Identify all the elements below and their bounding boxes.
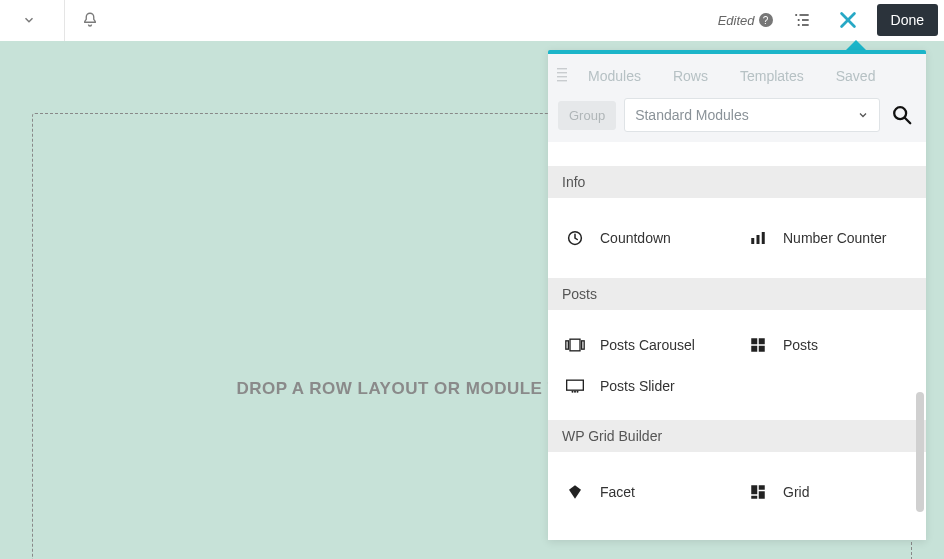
- section-posts: Posts Carousel Posts Posts Slider: [548, 310, 926, 420]
- svg-rect-15: [762, 232, 765, 244]
- svg-rect-28: [759, 485, 765, 490]
- svg-rect-7: [557, 72, 567, 73]
- module-posts[interactable]: Posts: [737, 324, 920, 366]
- module-label: Posts Slider: [600, 378, 675, 394]
- svg-rect-5: [802, 24, 809, 26]
- search-icon: [891, 104, 913, 126]
- outline-icon: [792, 10, 812, 30]
- help-icon[interactable]: ?: [759, 13, 773, 27]
- module-group-select[interactable]: Standard Modules: [624, 98, 880, 132]
- bar-chart-icon: [747, 229, 769, 247]
- clock-icon: [564, 229, 586, 247]
- svg-point-0: [795, 14, 797, 16]
- done-button[interactable]: Done: [877, 4, 938, 36]
- svg-rect-8: [557, 76, 567, 77]
- chevron-down-icon: [22, 13, 36, 27]
- svg-rect-17: [570, 339, 580, 351]
- svg-rect-20: [759, 338, 765, 344]
- edited-status: Edited ?: [718, 13, 773, 28]
- module-label: Grid: [783, 484, 809, 500]
- title-dropdown[interactable]: [4, 0, 54, 41]
- svg-rect-29: [759, 491, 765, 499]
- tab-templates[interactable]: Templates: [726, 58, 818, 94]
- svg-line-11: [905, 118, 911, 124]
- edited-label: Edited: [718, 13, 755, 28]
- section-header-wpgridbuilder: WP Grid Builder: [548, 420, 926, 452]
- masonry-icon: [747, 483, 769, 501]
- panel-tabs: Modules Rows Templates Saved: [548, 54, 926, 98]
- svg-rect-3: [802, 19, 809, 21]
- toggle-panel-button[interactable]: [831, 3, 865, 37]
- bell-icon: [81, 11, 99, 29]
- top-bar: Edited ? Done: [0, 0, 944, 41]
- module-label: Facet: [600, 484, 635, 500]
- svg-point-25: [574, 391, 576, 393]
- svg-rect-1: [799, 14, 808, 16]
- svg-point-2: [797, 19, 799, 21]
- section-wpgridbuilder: Facet Grid: [548, 452, 926, 532]
- svg-rect-14: [757, 235, 760, 244]
- svg-rect-9: [557, 80, 567, 81]
- grid-icon: [747, 336, 769, 354]
- module-facet[interactable]: Facet: [554, 466, 737, 518]
- diamond-icon: [564, 483, 586, 501]
- filter-row: Group Standard Modules: [548, 98, 926, 142]
- section-header-posts: Posts: [548, 278, 926, 310]
- svg-rect-30: [751, 496, 757, 499]
- module-label: Posts: [783, 337, 818, 353]
- section-info: Countdown Number Counter: [548, 198, 926, 278]
- svg-rect-23: [567, 380, 584, 390]
- section-header-info: Info: [548, 166, 926, 198]
- notifications-button[interactable]: [65, 0, 115, 41]
- module-posts-slider[interactable]: Posts Slider: [554, 366, 737, 406]
- chevron-down-icon: [857, 109, 869, 121]
- select-value: Standard Modules: [635, 107, 749, 123]
- svg-rect-18: [582, 341, 585, 349]
- panel-drag-handle[interactable]: [554, 67, 570, 85]
- outline-button[interactable]: [785, 3, 819, 37]
- tab-saved[interactable]: Saved: [822, 58, 890, 94]
- panel-arrow: [846, 40, 866, 50]
- svg-rect-22: [759, 346, 765, 352]
- tab-rows[interactable]: Rows: [659, 58, 722, 94]
- module-list: Info Countdown Number Counter Posts: [548, 142, 926, 540]
- module-posts-carousel[interactable]: Posts Carousel: [554, 324, 737, 366]
- module-label: Posts Carousel: [600, 337, 695, 353]
- svg-point-4: [797, 24, 799, 26]
- module-countdown[interactable]: Countdown: [554, 212, 737, 264]
- svg-point-24: [572, 391, 574, 393]
- tab-modules[interactable]: Modules: [574, 58, 655, 94]
- module-label: Number Counter: [783, 230, 887, 246]
- search-button[interactable]: [888, 98, 916, 132]
- module-label: Countdown: [600, 230, 671, 246]
- module-grid[interactable]: Grid: [737, 466, 920, 518]
- svg-rect-21: [751, 346, 757, 352]
- svg-point-26: [577, 391, 579, 393]
- svg-rect-6: [557, 68, 567, 69]
- carousel-icon: [564, 338, 586, 352]
- slider-icon: [564, 379, 586, 393]
- content-panel: Modules Rows Templates Saved Group Stand…: [548, 50, 926, 540]
- module-number-counter[interactable]: Number Counter: [737, 212, 920, 264]
- vertical-scrollbar[interactable]: [916, 392, 924, 512]
- svg-rect-27: [751, 485, 757, 494]
- drag-handle-icon: [557, 67, 567, 85]
- top-bar-left: [4, 0, 115, 40]
- group-label[interactable]: Group: [558, 101, 616, 130]
- close-icon: [837, 9, 859, 31]
- svg-rect-13: [751, 238, 754, 244]
- top-bar-right: Edited ? Done: [718, 3, 940, 37]
- svg-rect-16: [566, 341, 569, 349]
- svg-rect-19: [751, 338, 757, 344]
